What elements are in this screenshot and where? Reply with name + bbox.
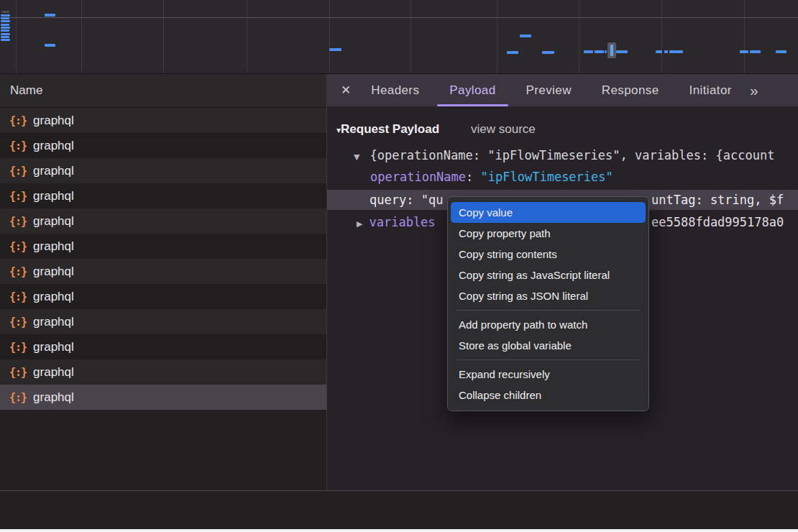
request-row-graphql[interactable]: {:}graphql bbox=[0, 234, 326, 259]
menu-item-copy-string-as-javascript-literal[interactable]: Copy string as JavaScript literal bbox=[451, 265, 646, 285]
request-name: graphql bbox=[33, 365, 74, 380]
timeline-request-bar bbox=[520, 35, 531, 37]
tab-payload[interactable]: Payload bbox=[434, 74, 510, 106]
timeline-request-bar bbox=[1, 17, 9, 19]
request-name: graphql bbox=[33, 189, 74, 203]
timeline-request-bar bbox=[750, 50, 761, 53]
request-name: graphql bbox=[33, 265, 74, 279]
timeline-request-bar bbox=[595, 50, 604, 53]
request-name: graphql bbox=[33, 214, 74, 229]
request-row-graphql[interactable]: {:}graphql bbox=[0, 284, 326, 309]
close-icon[interactable]: ✕ bbox=[341, 83, 351, 98]
devtools-network-panel: Name {:}graphql{:}graphql{:}graphql{:}gr… bbox=[0, 0, 798, 532]
timeline-request-bar bbox=[329, 48, 341, 51]
timeline-request-bar bbox=[669, 50, 683, 53]
payload-row-operationname[interactable]: operationName: "ipFlowTimeseries" bbox=[327, 166, 798, 188]
request-row-graphql[interactable]: {:}graphql bbox=[0, 158, 326, 183]
request-name: graphql bbox=[33, 239, 74, 254]
colon: : bbox=[466, 170, 480, 184]
menu-item-copy-string-as-json-literal[interactable]: Copy string as JSON literal bbox=[451, 285, 646, 306]
summary-bar bbox=[0, 490, 798, 529]
property-value-left: "qu bbox=[421, 193, 444, 207]
timeline-gridline bbox=[329, 0, 330, 73]
network-overview-timeline[interactable] bbox=[0, 0, 798, 74]
timeline-request-bar bbox=[1, 14, 10, 17]
request-row-graphql[interactable]: {:}graphql bbox=[0, 183, 326, 208]
menu-item-expand-recursively[interactable]: Expand recursively bbox=[451, 364, 646, 385]
request-row-graphql[interactable]: {:}graphql bbox=[0, 309, 326, 334]
name-column-header[interactable]: Name bbox=[0, 74, 326, 108]
timeline-gridline bbox=[163, 0, 164, 73]
timeline-request-bar bbox=[616, 50, 628, 53]
request-row-graphql[interactable]: {:}graphql bbox=[0, 133, 326, 158]
timeline-request-bar bbox=[45, 44, 55, 47]
json-request-icon: {:} bbox=[9, 316, 27, 329]
request-name: graphql bbox=[33, 114, 74, 128]
payload-root-row[interactable]: ▼{operationName: "ipFlowTimeseries", var… bbox=[327, 145, 798, 166]
name-column-label: Name bbox=[10, 83, 42, 97]
menu-item-copy-value[interactable]: Copy value bbox=[451, 202, 646, 223]
more-tabs-icon[interactable]: » bbox=[750, 82, 757, 99]
property-value-right: untTag: string, $f bbox=[651, 190, 784, 210]
menu-separator bbox=[457, 310, 640, 311]
request-row-graphql[interactable]: {:}graphql bbox=[0, 334, 326, 359]
json-request-icon: {:} bbox=[9, 139, 27, 152]
json-request-icon: {:} bbox=[9, 341, 27, 354]
timeline-request-bar bbox=[45, 14, 55, 17]
json-request-icon: {:} bbox=[9, 391, 27, 404]
timeline-request-bar bbox=[1, 39, 10, 41]
details-tabbar: ✕ HeadersPayloadPreviewResponseInitiator… bbox=[327, 74, 798, 106]
tab-initiator[interactable]: Initiator bbox=[674, 74, 747, 106]
json-request-icon: {:} bbox=[9, 240, 27, 253]
timeline-gridline bbox=[661, 0, 662, 73]
request-row-graphql[interactable]: {:}graphql bbox=[0, 108, 326, 133]
request-row-graphql[interactable]: {:}graphql bbox=[0, 359, 326, 385]
property-key: operationName bbox=[370, 170, 466, 184]
timeline-request-bar bbox=[1, 29, 9, 32]
timeline-request-bar bbox=[1, 24, 9, 26]
property-key: variables bbox=[369, 215, 435, 229]
json-request-icon: {:} bbox=[9, 190, 27, 203]
property-value-right: ee5588fdad995178a0 bbox=[651, 211, 784, 233]
json-request-icon: {:} bbox=[9, 265, 27, 278]
timeline-divider-line bbox=[0, 17, 798, 18]
request-name: graphql bbox=[33, 139, 74, 153]
request-row-graphql[interactable]: {:}graphql bbox=[0, 208, 326, 234]
tab-response[interactable]: Response bbox=[587, 74, 674, 106]
timeline-request-bar bbox=[664, 50, 668, 53]
expanded-triangle-icon[interactable]: ▼ bbox=[354, 152, 359, 162]
payload-object-preview: {operationName: "ipFlowTimeseries", vari… bbox=[370, 148, 774, 162]
request-row-graphql[interactable]: {:}graphql bbox=[0, 385, 326, 410]
timeline-gridline bbox=[16, 0, 17, 73]
json-request-icon: {:} bbox=[9, 290, 27, 303]
timeline-request-bar bbox=[507, 51, 518, 54]
request-name: graphql bbox=[33, 290, 74, 304]
property-value: "ipFlowTimeseries" bbox=[481, 170, 613, 184]
tab-preview[interactable]: Preview bbox=[511, 74, 587, 106]
json-request-icon: {:} bbox=[9, 366, 27, 379]
menu-separator bbox=[457, 359, 640, 360]
tab-headers[interactable]: Headers bbox=[356, 74, 434, 106]
menu-item-copy-property-path[interactable]: Copy property path bbox=[451, 223, 646, 244]
request-row-graphql[interactable]: {:}graphql bbox=[0, 259, 326, 284]
request-list-pane: Name {:}graphql{:}graphql{:}graphql{:}gr… bbox=[0, 74, 326, 490]
timeline-request-bar bbox=[542, 51, 554, 54]
timeline-gridline bbox=[744, 0, 745, 73]
request-name: graphql bbox=[33, 315, 74, 329]
view-source-link[interactable]: view source bbox=[471, 122, 536, 136]
json-request-icon: {:} bbox=[9, 165, 27, 178]
timeline-request-bar bbox=[740, 50, 748, 53]
menu-item-store-as-global-variable[interactable]: Store as global variable bbox=[451, 335, 646, 356]
timeline-gray-bar bbox=[1, 11, 9, 13]
request-payload-section-header: ▾Request Payloadview source bbox=[336, 122, 536, 137]
menu-item-collapse-children[interactable]: Collapse children bbox=[451, 385, 646, 405]
request-name: graphql bbox=[33, 340, 74, 354]
timeline-request-bar bbox=[1, 20, 10, 22]
collapsed-triangle-icon[interactable]: ▶ bbox=[357, 219, 362, 229]
timeline-request-bar bbox=[605, 50, 607, 53]
menu-item-copy-string-contents[interactable]: Copy string contents bbox=[451, 244, 646, 265]
menu-item-add-property-path-to-watch[interactable]: Add property path to watch bbox=[451, 314, 646, 335]
context-menu: Copy valueCopy property pathCopy string … bbox=[447, 196, 649, 411]
timeline-selection-bar bbox=[610, 45, 613, 56]
details-tabs: HeadersPayloadPreviewResponseInitiator bbox=[356, 74, 747, 106]
